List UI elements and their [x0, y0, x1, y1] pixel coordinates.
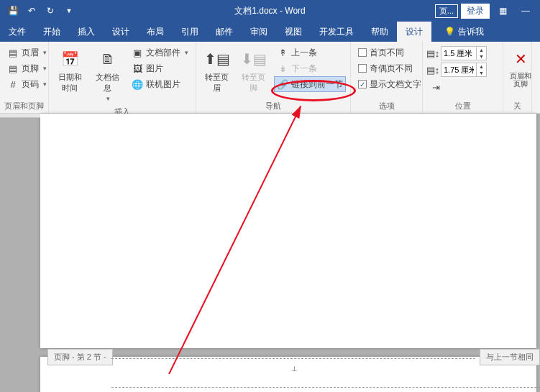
checkbox-checked-icon: ✓: [358, 80, 367, 88]
spin-up-icon[interactable]: ▲: [476, 63, 486, 70]
header-button[interactable]: ▤ 页眉▾: [4, 45, 50, 60]
minimize-icon[interactable]: —: [516, 3, 536, 19]
lightbulb-icon: 💡: [444, 27, 455, 37]
picture-icon: 🖼: [132, 63, 143, 74]
qat-customize-icon[interactable]: ▼: [60, 2, 78, 19]
group-label-close: 关: [508, 99, 527, 111]
qat-redo-icon[interactable]: ↻: [42, 2, 59, 19]
header-boundary-line: [111, 387, 540, 388]
ribbon-display-icon[interactable]: ▦: [493, 3, 513, 19]
goto-header-button[interactable]: ⬆▤ 转至页眉: [201, 45, 233, 96]
close-icon: ✕: [509, 47, 532, 70]
goto-footer-icon: ⬇▤: [242, 47, 265, 70]
footer-section-tag: 页脚 - 第 2 节 -: [47, 349, 113, 365]
header-from-top-input[interactable]: ▲▼: [441, 46, 487, 60]
tab-references[interactable]: 引用: [173, 22, 207, 42]
show-document-text-checkbox[interactable]: ✓ 显示文档文字: [355, 76, 424, 92]
insert-alignment-tab-button[interactable]: ⇥: [427, 79, 487, 95]
next-button: ↡ 下一条: [274, 60, 346, 76]
online-picture-icon: 🌐: [132, 78, 143, 90]
page-number-icon: #: [7, 78, 19, 90]
checkbox-icon: [358, 48, 367, 57]
tab-home[interactable]: 开始: [35, 22, 69, 42]
group-label-hf: 页眉和页脚: [4, 99, 44, 111]
checkbox-icon: [358, 64, 367, 73]
tab-review[interactable]: 审阅: [242, 22, 276, 42]
spin-down-icon[interactable]: ▼: [476, 70, 486, 76]
tab-file[interactable]: 文件: [0, 22, 35, 42]
text-cursor-marker: ⊥: [291, 365, 298, 373]
same-as-previous-tag: 与上一节相同: [480, 349, 540, 365]
datetime-button[interactable]: 📅 日期和时间: [53, 45, 87, 96]
tab-design[interactable]: 设计: [104, 22, 138, 42]
goto-header-icon: ⬆▤: [206, 47, 229, 70]
tab-context-design[interactable]: 设计: [397, 22, 431, 42]
online-pictures-button[interactable]: 🌐 联机图片: [129, 76, 191, 92]
group-label-position: 位置: [427, 99, 498, 111]
qat-save-icon[interactable]: 💾: [4, 2, 22, 19]
page-badge[interactable]: 页...: [435, 4, 458, 18]
footer-boundary-line: [111, 358, 475, 359]
header-icon: ▤: [7, 47, 19, 58]
spin-up-icon[interactable]: ▲: [476, 47, 486, 53]
tab-view[interactable]: 视图: [276, 22, 311, 42]
login-button[interactable]: 登录: [461, 4, 490, 19]
link-to-previous-button[interactable]: 🔗 链接到前一节: [274, 76, 346, 92]
tell-me[interactable]: 💡 告诉我: [436, 22, 493, 42]
tab-help[interactable]: 帮助: [362, 22, 397, 42]
link-icon: 🔗: [277, 78, 288, 90]
group-label-nav: 导航: [201, 99, 346, 111]
previous-button[interactable]: ↟ 上一条: [274, 45, 346, 60]
tab-insert[interactable]: 插入: [69, 22, 104, 42]
prev-icon: ↟: [277, 47, 288, 58]
spin-down-icon[interactable]: ▼: [476, 53, 486, 60]
close-header-footer-button[interactable]: ✕ 页眉和页脚: [508, 45, 534, 91]
header-position-icon: ▤↕: [427, 47, 439, 59]
footer-position-icon: ▤↕: [427, 64, 439, 76]
qat-undo-icon[interactable]: ↶: [23, 2, 40, 19]
next-icon: ↡: [277, 63, 288, 74]
tab-developer[interactable]: 开发工具: [311, 22, 362, 42]
quickparts-button[interactable]: ▣ 文档部件▾: [129, 45, 191, 60]
footer-from-bottom-input[interactable]: ▲▼: [441, 63, 487, 77]
goto-footer-button: ⬇▤ 转至页脚: [237, 45, 270, 96]
calendar-icon: 📅: [58, 47, 81, 70]
window-title: 文档1.docx - Word: [234, 5, 305, 17]
pictures-button[interactable]: 🖼 图片: [129, 60, 191, 76]
docinfo-button[interactable]: 🗎 文档信息 ▾: [91, 45, 125, 105]
page-1[interactable]: [40, 114, 536, 348]
group-label-options: 选项: [355, 99, 418, 111]
page-number-button[interactable]: # 页码▾: [4, 76, 50, 92]
tab-icon: ⇥: [430, 81, 441, 93]
odd-even-different-checkbox[interactable]: 奇偶页不同: [355, 60, 424, 76]
footer-icon: ▤: [7, 63, 19, 74]
tab-mailings[interactable]: 邮件: [207, 22, 242, 42]
first-page-different-checkbox[interactable]: 首页不同: [355, 45, 424, 60]
docinfo-icon: 🗎: [96, 47, 119, 70]
ruler-left-margin: [0, 114, 40, 118]
tab-layout[interactable]: 布局: [138, 22, 173, 42]
quickparts-icon: ▣: [132, 47, 143, 58]
footer-button[interactable]: ▤ 页脚▾: [4, 60, 50, 76]
